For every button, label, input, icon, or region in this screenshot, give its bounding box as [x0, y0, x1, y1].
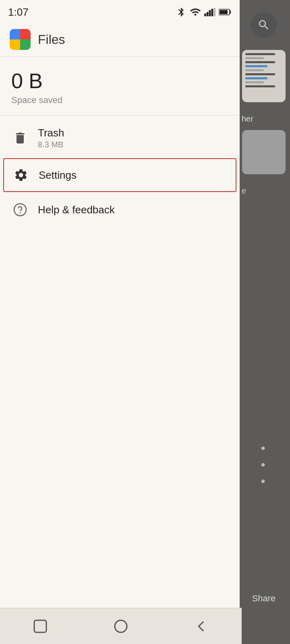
svg-rect-2 [209, 10, 211, 16]
logo-red [20, 29, 31, 39]
logo-green [20, 39, 31, 50]
square-icon [32, 618, 48, 634]
nav-recent-button[interactable] [26, 612, 54, 640]
svg-rect-0 [204, 14, 206, 17]
trash-menu-text: Trash 8.3 MB [38, 127, 64, 149]
svg-point-8 [14, 204, 26, 216]
menu-section: Trash 8.3 MB Settings [0, 116, 240, 617]
svg-rect-7 [220, 10, 228, 14]
back-icon [193, 618, 209, 634]
svg-rect-6 [230, 10, 231, 14]
trash-icon [11, 129, 29, 147]
svg-rect-10 [34, 620, 46, 632]
app-title: Files [38, 32, 65, 47]
menu-item-help[interactable]: Help & feedback [0, 193, 240, 227]
file-card-overlay-2 [242, 130, 286, 174]
svg-rect-3 [211, 9, 213, 17]
logo-yellow [10, 39, 20, 50]
settings-icon [12, 166, 30, 184]
overlay-label-1: her [238, 114, 253, 124]
document-card-overlay [242, 50, 286, 102]
settings-label: Settings [39, 169, 77, 182]
battery-icon [219, 8, 232, 17]
navigation-bar [0, 608, 242, 644]
svg-point-11 [115, 620, 127, 632]
trash-label: Trash [38, 127, 64, 139]
svg-rect-4 [213, 8, 215, 17]
status-time: 1:07 [8, 6, 29, 19]
nav-home-button[interactable] [107, 612, 135, 640]
help-label: Help & feedback [38, 204, 115, 216]
nav-back-button[interactable] [187, 612, 215, 640]
app-header: Files [0, 23, 240, 57]
circle-icon [113, 618, 129, 634]
bluetooth-icon [176, 7, 186, 17]
svg-point-9 [20, 213, 21, 213]
menu-item-trash[interactable]: Trash 8.3 MB [0, 119, 240, 157]
storage-value: 0 B [11, 70, 228, 93]
svg-rect-1 [207, 12, 209, 17]
share-label-overlay: Share [252, 593, 276, 604]
storage-label: Space saved [11, 95, 228, 105]
menu-item-settings[interactable]: Settings [3, 158, 236, 192]
wifi-icon [190, 6, 201, 18]
storage-section: 0 B Space saved [0, 57, 240, 116]
trash-sublabel: 8.3 MB [38, 140, 64, 149]
search-icon-overlay [251, 12, 277, 38]
settings-menu-text: Settings [39, 169, 77, 182]
right-panel-overlay: her e • • • Share [238, 0, 290, 644]
signal-icon [204, 8, 215, 17]
help-icon [11, 201, 29, 219]
app-logo [10, 29, 31, 50]
navigation-drawer: 1:07 [0, 0, 240, 644]
more-options-icon: • • • [261, 441, 267, 489]
status-bar: 1:07 [0, 0, 240, 23]
help-menu-text: Help & feedback [38, 204, 115, 216]
logo-blue [10, 29, 20, 39]
status-icons [176, 6, 232, 18]
